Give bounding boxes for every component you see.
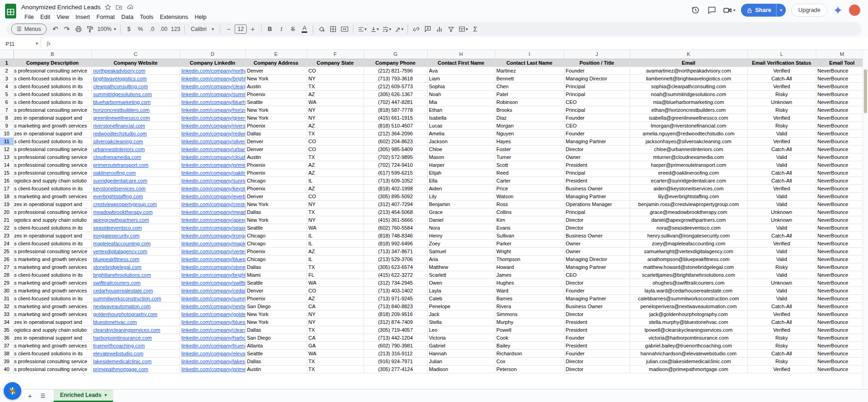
cell-email-tool[interactable]: NeverBounce: [816, 365, 868, 373]
cell-company-linkedin[interactable]: linkedin.com/company/apexgrowthpartners: [180, 216, 245, 224]
cell-contact-first-name[interactable]: Scarlett: [427, 271, 495, 279]
row-header[interactable]: 38: [0, 349, 13, 357]
cell-position-title[interactable]: President: [564, 177, 630, 184]
cell-email[interactable]: liambennett@brightwavelogistics.com: [630, 74, 747, 82]
row-header[interactable]: 37: [0, 341, 13, 349]
cell-email-verification-status[interactable]: Risky: [747, 122, 816, 129]
select-all-corner[interactable]: [0, 50, 13, 59]
cell-company-phone[interactable]: (213) 316-9112: [364, 349, 427, 357]
row-header[interactable]: 19: [0, 200, 13, 208]
cell-email-verification-status[interactable]: Verified: [747, 82, 816, 90]
cell-email[interactable]: lpowell@clearskycleaningservices.com: [630, 326, 747, 334]
cell-company-address[interactable]: Denver: [245, 137, 307, 145]
cell-email[interactable]: jacksonhayes@silveroakcleaning.com: [630, 137, 747, 145]
cell-email-verification-status[interactable]: Unknown: [747, 98, 816, 106]
cell-company-address[interactable]: Chicago: [245, 239, 307, 247]
cell-company-address[interactable]: San Diego: [245, 334, 307, 341]
sheet-tab-enriched-leads[interactable]: Enriched Leads ▾: [54, 390, 113, 402]
cell-contact-last-name[interactable]: Rivera: [495, 302, 564, 310]
cell-company-linkedin[interactable]: linkedin.com/company/lakesidemedicalclin…: [180, 357, 245, 365]
cell-email-verification-status[interactable]: Valid: [747, 294, 816, 302]
cell-contact-last-name[interactable]: Nguyen: [495, 129, 564, 137]
cell-company-description[interactable]: s professional consulting service: [13, 67, 91, 74]
cell-email-verification-status[interactable]: Risky: [747, 341, 816, 349]
cell-email-verification-status[interactable]: Unknown: [747, 208, 816, 216]
cell-email-verification-status[interactable]: Catch-All: [747, 349, 816, 357]
menu-item[interactable]: Tools: [137, 13, 157, 21]
cell-company-phone[interactable]: (713) 347-8671: [364, 247, 427, 255]
cell-company-description[interactable]: s professional consulting service: [13, 161, 91, 169]
cell-company-state[interactable]: NY: [307, 318, 364, 326]
field-header-cell[interactable]: Contact Last Name: [495, 59, 564, 67]
cell-company-state[interactable]: NY: [307, 200, 364, 208]
cell-company-website[interactable]: primepathmortgage.com: [91, 365, 180, 373]
cell-company-description[interactable]: s professional consulting service: [13, 365, 91, 373]
star-icon[interactable]: [104, 3, 112, 11]
cell-contact-first-name[interactable]: Chloe: [427, 145, 495, 153]
cell-company-address[interactable]: Seattle: [245, 98, 307, 106]
cell-contact-first-name[interactable]: Liam: [427, 74, 495, 82]
cell-contact-last-name[interactable]: Reed: [495, 169, 564, 177]
cell-company-phone[interactable]: (818) 748-8346: [364, 231, 427, 239]
bold-button[interactable]: B: [264, 24, 275, 35]
format-currency-button[interactable]: $: [123, 24, 134, 35]
cell-company-description[interactable]: s client-focused solutions in its: [13, 349, 91, 357]
cell-email-tool[interactable]: NeverBounce: [816, 106, 868, 114]
cell-email-tool[interactable]: NeverBounce: [816, 82, 868, 90]
row-header[interactable]: 8: [0, 114, 13, 122]
cell-company-website[interactable]: bluestonehvac.com: [91, 318, 180, 326]
cell-contact-first-name[interactable]: Henry: [427, 231, 495, 239]
cell-company-description[interactable]: s marketing and growth services: [13, 263, 91, 271]
menu-item[interactable]: Extensions: [157, 13, 191, 21]
font-size-input[interactable]: 12: [235, 24, 247, 34]
cell-company-address[interactable]: Phoenix: [245, 161, 307, 169]
field-header-cell[interactable]: Company Address: [245, 59, 307, 67]
cell-company-description[interactable]: s client-focused solutions in its: [13, 224, 91, 231]
insert-comment-button[interactable]: [422, 24, 433, 35]
cell-company-description[interactable]: s client-focused solutions in its: [13, 98, 91, 106]
move-folder-icon[interactable]: [115, 3, 123, 11]
cell-position-title[interactable]: Managing Partner: [564, 192, 630, 200]
cell-company-linkedin[interactable]: linkedin.com/company/urbannestinteriors: [180, 145, 245, 153]
cell-contact-last-name[interactable]: Evans: [495, 224, 564, 231]
avatar[interactable]: [849, 4, 861, 16]
cell-company-state[interactable]: CA: [307, 302, 364, 310]
row-header[interactable]: 26: [0, 255, 13, 263]
cell-company-description[interactable]: s client-focused solutions in its: [13, 137, 91, 145]
cell-email-verification-status[interactable]: Risky: [747, 357, 816, 365]
cell-contact-last-name[interactable]: Simmons: [495, 310, 564, 318]
row-header[interactable]: 22: [0, 224, 13, 231]
upgrade-button[interactable]: Upgrade: [791, 4, 827, 17]
undo-button[interactable]: ↶: [50, 24, 61, 35]
cell-company-description[interactable]: s professional consulting service: [13, 247, 91, 255]
cell-contact-first-name[interactable]: Aiden: [427, 184, 495, 192]
cell-company-phone[interactable]: (305) 623-6574: [364, 263, 427, 271]
vertical-align-button[interactable]: ▾: [369, 24, 381, 35]
cell-company-website[interactable]: northpeakadvisory.com: [91, 67, 180, 74]
cell-contact-last-name[interactable]: Watson: [495, 192, 564, 200]
cell-company-website[interactable]: riverstonefinancial.com: [91, 122, 180, 129]
cell-company-website[interactable]: summitridgesolutions.com: [91, 90, 180, 98]
cell-contact-last-name[interactable]: Peterson: [495, 365, 564, 373]
cell-email[interactable]: hannahrichardson@elevatewebstudio.com: [630, 349, 747, 357]
cell-company-phone[interactable]: (702) 724-9410: [364, 161, 427, 169]
cell-company-phone[interactable]: (415) 661-1915: [364, 114, 427, 122]
cell-company-address[interactable]: Chicago: [245, 177, 307, 184]
row-header[interactable]: 17: [0, 184, 13, 192]
cell-email-tool[interactable]: NeverBounce: [816, 161, 868, 169]
cell-company-phone[interactable]: (312) 407-7294: [364, 200, 427, 208]
row-header[interactable]: 10: [0, 129, 13, 137]
field-header-cell[interactable]: Company State: [307, 59, 364, 67]
cell-company-address[interactable]: Dallas: [245, 208, 307, 216]
cell-company-phone[interactable]: (602) 204-8623: [364, 137, 427, 145]
cell-email-verification-status[interactable]: Verified: [747, 326, 816, 334]
row-header[interactable]: 27: [0, 263, 13, 271]
cell-email-verification-status[interactable]: Catch-All: [747, 177, 816, 184]
cell-position-title[interactable]: Managing Partner: [564, 263, 630, 271]
cell-contact-first-name[interactable]: Zoey: [427, 239, 495, 247]
cell-company-address[interactable]: Atlanta: [245, 341, 307, 349]
cell-contact-first-name[interactable]: Mason: [427, 153, 495, 161]
cell-company-address[interactable]: Seattle: [245, 349, 307, 357]
cell-company-website[interactable]: meadowbrooktherapy.com: [91, 208, 180, 216]
cell-email-verification-status[interactable]: Valid: [747, 271, 816, 279]
